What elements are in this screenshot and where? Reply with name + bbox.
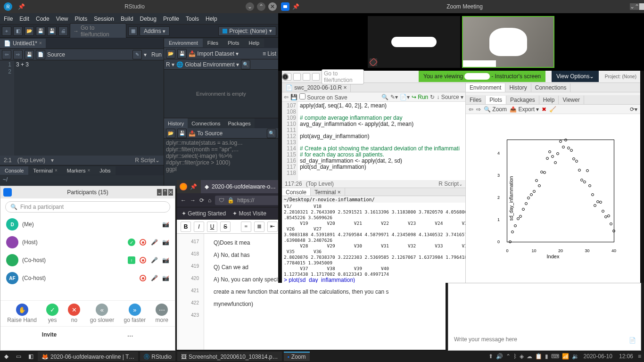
pager-button[interactable]: ◧ [25, 352, 36, 361]
import-dataset-button[interactable]: 📥 Import Dataset ▾ [189, 50, 239, 57]
taskbar-item[interactable]: ▪Zoom [284, 352, 310, 361]
more-button[interactable]: ... [127, 331, 133, 338]
tab-connections[interactable]: Connections [188, 118, 224, 128]
participant-row[interactable]: (Co-host)↑🎤📷̸ [0, 251, 175, 269]
tab-plots[interactable]: Plots [223, 39, 244, 47]
close-button[interactable]: ✕ [268, 2, 277, 11]
source-on-save-checkbox[interactable] [299, 93, 305, 99]
tray-network-icon[interactable]: 📶 [562, 353, 569, 360]
tab-files[interactable]: Files [203, 39, 223, 47]
run-button[interactable]: Run [151, 51, 162, 58]
wand-button[interactable]: ✎ [132, 50, 142, 59]
maximize-button[interactable]: ⌃ [257, 2, 265, 11]
underline-button[interactable]: U [207, 222, 217, 232]
menu-edit[interactable]: Edit [19, 16, 29, 22]
zoom-titlebar[interactable]: 📌 Zoom Meeting ⌄ ⌃ ✕ [278, 0, 644, 13]
menu-file[interactable]: File [4, 16, 13, 22]
save-button[interactable]: 💾 [25, 50, 34, 59]
close-button[interactable]: ✕ [639, 3, 644, 10]
tray-update-icon[interactable]: ⬆ [488, 353, 493, 360]
global-env-button[interactable]: 🌐 Global Environment ▾ [176, 61, 239, 68]
tray-battery-icon[interactable]: ▮ [545, 353, 548, 360]
strike-button[interactable]: S [220, 222, 231, 232]
minimize-button[interactable]: ⌄ [157, 189, 162, 196]
search-button[interactable]: 🔍 [381, 94, 388, 100]
code-editor[interactable]: 12 3 + 3 [0, 60, 164, 156]
tab-connections[interactable]: Connections [531, 83, 571, 92]
plot-back-button[interactable]: ⇦ [469, 106, 473, 113]
tab-history[interactable]: History [505, 83, 531, 92]
tab-history[interactable]: History [164, 118, 188, 128]
tab-packages[interactable]: Packages [506, 96, 539, 104]
plot-fwd-button[interactable]: ⇨ [476, 106, 481, 113]
menu-plots[interactable]: Plots [75, 16, 88, 22]
refresh-plot-button[interactable]: ⟳▾ [630, 106, 637, 113]
tab-help[interactable]: Help [244, 39, 264, 47]
save-button[interactable]: 💾 [36, 26, 45, 36]
r-scope-button[interactable]: R ▾ [166, 61, 174, 68]
list-ul-button[interactable]: ≣ [254, 222, 264, 232]
project-label[interactable]: Project: (None) [605, 74, 636, 79]
tab-environment[interactable]: Environment [164, 39, 203, 47]
open-button[interactable]: 📂 [25, 26, 34, 36]
tray-keyboard-icon[interactable]: ⌨ [551, 353, 559, 360]
new-project-button[interactable]: ◧ [13, 26, 23, 36]
run-button[interactable]: ↪ Run [412, 94, 428, 100]
load-button[interactable]: 📂 [166, 49, 175, 58]
menu-tools[interactable]: Tools [186, 16, 199, 22]
clear-plots-button[interactable]: 🧹 [549, 106, 556, 113]
tab-files[interactable]: Files [466, 96, 486, 104]
nav-back-button[interactable]: ⇦ [2, 50, 11, 59]
tray-menu-icon[interactable]: ≡ [638, 353, 641, 360]
file-attach-button[interactable]: 📄 [629, 337, 636, 344]
participants-list[interactable]: D(Me)📷̸(Host)✓🎤̸📷̸(Co-host)↑🎤📷̸AF(Co-hos… [0, 215, 175, 300]
action-slower[interactable]: «go slower [90, 304, 114, 323]
export-button[interactable]: 📤 Export ▾ [510, 106, 539, 113]
to-source-button[interactable]: 📤 To Source [189, 130, 223, 137]
participant-row[interactable]: D(Me)📷̸ [0, 215, 175, 233]
source-button[interactable]: ↓ Source ▾ [437, 94, 463, 100]
source-menu[interactable]: 📄 [36, 50, 45, 59]
back-button[interactable]: ← [181, 197, 186, 204]
italic-button[interactable]: I [194, 222, 204, 232]
app-launcher-button[interactable]: ◆ [1, 352, 11, 361]
bookmark-item[interactable]: ✦ Getting Started [182, 210, 226, 217]
save-button[interactable]: 💾 [177, 49, 187, 58]
tray-dropbox-icon[interactable]: ◈ [520, 353, 524, 360]
tab-console[interactable]: Console [0, 166, 28, 175]
info-indicator-icon[interactable] [282, 74, 289, 80]
maximize-button[interactable]: ⌃ [163, 189, 167, 196]
rerun-button[interactable]: ↻ [430, 94, 435, 100]
source-label[interactable]: Source [47, 51, 65, 58]
remove-plot-button[interactable]: ✖ [542, 106, 546, 113]
shared-code-editor[interactable]: 107108109110111112113114115116117118 app… [282, 102, 465, 180]
tray-bluetooth-icon[interactable]: ᛒ [513, 353, 517, 360]
goto-file-input[interactable]: Go to file/function [322, 69, 364, 84]
action-more[interactable]: ⋯more [155, 304, 168, 323]
print-button[interactable]: 🖨 [58, 26, 68, 36]
save-all-button[interactable]: 💾 [47, 26, 57, 36]
bold-button[interactable]: B [181, 222, 191, 232]
tab-terminal[interactable]: Terminal × [28, 166, 62, 175]
chat-input[interactable] [451, 333, 622, 346]
tab-console[interactable]: Console [282, 188, 311, 196]
save-button[interactable]: 💾 [290, 94, 297, 100]
action-yes[interactable]: ✓yes [46, 304, 58, 323]
taskbar-time[interactable]: 12:06 [617, 353, 635, 360]
list-button[interactable]: ≡ List [263, 50, 276, 57]
action-no[interactable]: ✕no [68, 304, 80, 323]
tray-volume-icon[interactable]: 🔊 [496, 353, 503, 360]
grid-button[interactable]: ▦ [128, 26, 138, 36]
shared-console[interactable]: V1/ V18 2.2810321 2.7643309 2.5291521 3.… [282, 203, 465, 283]
menu-help[interactable]: Help [206, 16, 217, 22]
show-desktop-button[interactable]: ▭ [13, 352, 24, 361]
save-button[interactable] [303, 73, 310, 81]
menu-code[interactable]: Code [36, 16, 50, 22]
project-menu[interactable]: Project: (None) ▾ [218, 26, 276, 36]
maximize-button[interactable]: ⌃ [635, 3, 639, 10]
tab-environment[interactable]: Environment [466, 83, 505, 92]
pin-icon[interactable]: 📌 [190, 183, 197, 190]
tab-plots[interactable]: Plots [486, 96, 506, 104]
load-hist-button[interactable]: 📂 [166, 129, 175, 138]
bookmark-item[interactable]: ✦ Most Visite [232, 210, 266, 217]
